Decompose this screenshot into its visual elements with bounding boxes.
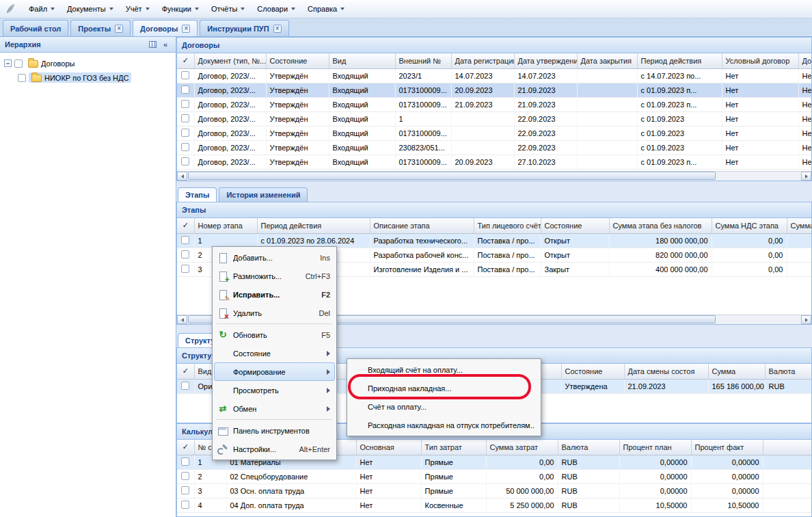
menubar-item[interactable]: Словари [252,2,301,16]
close-icon[interactable]: × [115,25,123,33]
select-all-header[interactable]: ✓ [177,218,194,233]
column-header[interactable]: Документ (тип, №... [194,53,266,68]
column-header[interactable]: Сумма затрат [486,440,558,455]
scrollbar-track[interactable] [187,172,801,181]
row-checkbox[interactable] [181,114,189,122]
document-tab[interactable]: Договоры× [133,20,198,36]
scroll-right-button[interactable] [801,315,811,324]
table-row[interactable]: 1с 01.09.2023 по 28.06.2024Разработка те… [177,233,811,248]
column-header[interactable]: Дата закрытия [577,53,637,68]
column-header[interactable]: Валюта [765,364,811,379]
column-header[interactable]: Сумма эт... [787,218,811,233]
menu-item[interactable]: Обмен [214,399,335,418]
tab-change-history[interactable]: История изменений [219,187,308,202]
row-checkbox[interactable] [181,472,189,480]
tree-node-child[interactable]: НИОКР по ГОЗ без НДС [1,70,174,85]
table-row[interactable]: Договор, 2023/...УтверждёнВходящий017310… [177,97,811,111]
menu-item[interactable]: Расходная накладная на отпуск потребител… [349,416,539,434]
scroll-left-button[interactable] [177,172,187,181]
document-tab[interactable]: Проекты× [70,20,131,36]
menubar-item[interactable]: Отчёты [206,2,250,16]
tree-node-root[interactable]: Договоры [1,56,174,70]
column-header[interactable]: Период действия [257,218,370,233]
document-tab[interactable]: Рабочий стол [3,20,68,36]
column-header[interactable]: До... [798,53,811,68]
collapse-expander-icon[interactable] [4,59,12,67]
column-header[interactable]: Дата регистрации [451,53,514,68]
menubar-item[interactable]: Справка [302,2,350,16]
select-all-header[interactable]: ✓ [177,364,194,379]
table-row[interactable]: Договор, 2023/...УтверждёнВходящий230823… [177,140,811,155]
scroll-right-button[interactable] [801,172,811,181]
table-row[interactable]: Договор, 2023/...УтверждёнВходящий2023/1… [177,68,811,83]
menu-item[interactable]: Состояние [214,344,335,362]
select-all-header[interactable]: ✓ [177,53,194,68]
menubar-item[interactable]: Файл [23,2,60,16]
column-header[interactable]: Описание этапа [370,218,474,233]
menu-item[interactable]: Добавить...Ins [214,248,335,267]
tree-checkbox[interactable] [14,59,23,68]
menu-item[interactable]: Размножить...Ctrl+F3 [214,267,335,285]
table-row[interactable]: 303 Осн. оплата трудаНетПрямые50 000 000… [177,483,811,498]
column-header[interactable]: Период действия [637,53,722,68]
row-checkbox[interactable] [181,501,189,509]
menu-item[interactable]: Формирование [214,362,335,381]
menubar-item[interactable]: Документы [62,2,119,16]
select-all-header[interactable]: ✓ [177,440,194,455]
menu-item[interactable]: УдалитьDel [214,304,335,322]
row-checkbox[interactable] [181,265,189,273]
row-checkbox[interactable] [181,382,189,390]
column-header[interactable]: Сумма [708,364,765,379]
tree-node-label[interactable]: Договоры [41,59,75,68]
document-tab[interactable]: Инструкции ПУП× [200,20,288,36]
column-header[interactable]: Дата смены состоя [624,364,708,379]
tree-checkbox[interactable] [18,74,26,82]
menu-item[interactable]: Исправить...F2 [214,285,335,304]
table-row[interactable]: Договор, 2023/...УтверждёнВходящий017310… [177,126,811,140]
menu-item[interactable]: Входящий счёт на оплату... [349,360,539,379]
menu-item[interactable]: Счёт на оплату... [349,397,539,416]
menu-item[interactable]: Просмотреть [214,381,335,399]
row-checkbox[interactable] [181,129,189,137]
menu-item[interactable]: Настройки...Alt+Enter [214,440,335,458]
column-header[interactable]: Дата утверждения [514,53,577,68]
horizontal-scrollbar[interactable] [177,171,811,181]
menu-item[interactable]: ОбновитьF5 [214,326,335,344]
scroll-left-button[interactable] [177,315,187,324]
column-header[interactable]: Валюта [558,440,619,455]
table-row[interactable]: 404 Доп. оплата трудаНетКосвенные5 250 0… [177,498,811,512]
table-row[interactable]: Договор, 2023/...УтверждёнВходящий122.09… [177,111,811,126]
column-header[interactable]: Основная [356,440,421,455]
close-icon[interactable]: × [273,25,282,33]
row-checkbox[interactable] [181,250,189,258]
column-header[interactable] [763,440,811,455]
row-checkbox[interactable] [181,71,189,79]
menu-item[interactable]: Приходная накладная... [349,379,539,397]
scrollbar-thumb[interactable] [188,172,716,180]
columns-icon[interactable] [147,40,158,50]
column-header[interactable]: Сумма этапа без налогов [609,218,712,233]
column-header[interactable]: Номер этапа [194,218,257,233]
row-checkbox[interactable] [181,157,189,165]
tree-node-label[interactable]: НИОКР по ГОЗ без НДС [44,74,128,82]
column-header[interactable]: Вид [329,53,395,68]
tab-stages[interactable]: Этапы [178,187,217,202]
column-header[interactable]: Процент факт [691,440,763,455]
collapse-panel-icon[interactable]: « [160,40,171,50]
column-header[interactable]: Условный договор [722,53,798,68]
column-header[interactable]: Внешний № [395,53,451,68]
close-icon[interactable]: × [182,25,190,33]
column-header[interactable]: Тип затрат [421,440,486,455]
row-checkbox[interactable] [181,100,189,108]
table-row[interactable]: Договор, 2023/...УтверждёнВходящий017310… [177,155,811,169]
column-header[interactable]: Сумма НДС этапа [712,218,787,233]
row-checkbox[interactable] [181,236,189,244]
column-header[interactable]: Тип лицевого счёт [474,218,541,233]
column-header[interactable]: Процент план [619,440,691,455]
row-checkbox[interactable] [181,85,189,94]
row-checkbox[interactable] [181,143,189,151]
row-checkbox[interactable] [181,458,189,466]
column-header[interactable]: Состояние [541,218,609,233]
menu-item[interactable]: Панель инструментов [214,421,335,440]
menubar-item[interactable]: Учёт [120,2,155,16]
